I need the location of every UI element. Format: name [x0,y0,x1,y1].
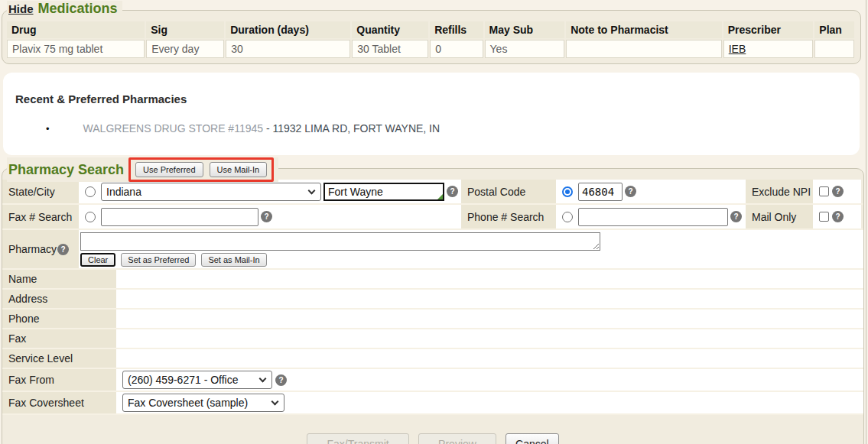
chevron-down-icon [271,398,279,406]
phone-row: Phone [2,310,863,329]
prescriber-link[interactable]: IEB [729,43,746,55]
pharmacy-name-link[interactable]: WALGREENS DRUG STORE #11945 [83,122,263,134]
prescriber-cell: IEB [723,40,814,58]
fax-coversheet-select[interactable]: Fax Coversheet (sample) [122,394,284,412]
fax-from-select-value: (260) 459-6271 - Office [128,374,239,386]
medications-section: Hide Medications Drug Sig Duration (days… [2,10,861,64]
fax-coversheet-label: Fax Coversheet [2,392,116,413]
postal-code-field: ? [556,180,746,203]
phone-search-help-icon[interactable]: ? [730,211,742,222]
service-level-label: Service Level [2,349,116,368]
name-label: Name [2,270,116,288]
fax-row: Fax [2,329,863,349]
duration-cell: 30 [226,40,350,58]
fax-search-label: Fax # Search [2,205,79,228]
preview-button[interactable]: -- Preview -- [418,433,496,444]
chevron-down-icon [308,186,316,194]
set-as-preferred-button[interactable]: Set as Preferred [121,253,196,267]
state-city-field: Indiana ? [79,180,461,203]
fax-from-value-cell: (260) 459-6271 - Office ? [116,369,863,391]
exclude-npi-help-icon[interactable]: ? [832,186,844,197]
mail-only-field: ? [813,205,861,228]
note-cell [566,40,722,58]
fax-search-radio[interactable] [85,212,96,222]
hide-medications-link[interactable]: Hide [8,2,34,15]
col-plan: Plan [814,21,854,38]
chevron-down-icon [259,375,267,383]
col-sig: Sig [146,21,224,38]
pharmacy-list-item: • WALGREENS DRUG STORE #11945 - 11932 LI… [46,122,860,134]
pharmacy-search-section: Pharmacy Search Use Preferred Use Mail-I… [2,168,864,444]
col-drug: Drug [7,21,145,38]
phone-search-radio[interactable] [562,212,573,222]
use-preferred-button[interactable]: Use Preferred [135,162,203,177]
phone-label: Phone [2,310,116,328]
may-sub-cell: Yes [485,40,565,58]
medications-header-row: Drug Sig Duration (days) Quantity Refill… [7,21,854,38]
page-right-border [866,0,866,444]
fax-coversheet-value-cell: Fax Coversheet (sample) [116,392,863,413]
fax-from-select[interactable]: (260) 459-6271 - Office [122,371,272,389]
pharmacy-help-icon[interactable]: ? [57,244,69,255]
fax-search-row: Fax # Search ? Phone # Search ? Mail Onl… [2,205,863,230]
state-select-value: Indiana [106,186,141,198]
fax-from-label: Fax From [2,369,116,391]
state-select[interactable]: Indiana [101,183,321,201]
fax-search-input[interactable] [101,208,258,226]
bullet-icon: • [46,123,50,134]
mail-only-help-icon[interactable]: ? [832,211,844,222]
pharmacy-textarea[interactable] [80,232,600,251]
medications-legend: Hide Medications [7,1,122,17]
exclude-npi-checkbox[interactable] [819,186,829,196]
pharmacy-search-title: Pharmacy Search [8,162,124,178]
cancel-button[interactable]: Cancel [506,433,559,444]
pharmacy-row: Pharmacy? Clear Set as Preferred Set as … [2,230,863,270]
pharmacy-label-cell: Pharmacy? [2,230,79,268]
postal-code-help-icon[interactable]: ? [625,186,636,197]
col-note: Note to Pharmacist [566,21,722,38]
fax-transmit-button[interactable]: -- Fax/Transmit -- [307,433,409,444]
mail-only-label: Mail Only [746,205,813,228]
quantity-cell: 30 Tablet [352,40,428,58]
address-row: Address [2,290,863,310]
fax-search-help-icon[interactable]: ? [261,211,272,222]
pharmacy-buttons: Clear Set as Preferred Set as Mail-In [80,253,267,267]
set-as-mail-in-button[interactable]: Set as Mail-In [201,253,266,267]
fax-coversheet-select-value: Fax Coversheet (sample) [128,397,248,409]
postal-code-input[interactable] [578,183,623,201]
phone-search-field: ? [556,205,746,228]
fax-label: Fax [2,329,116,348]
clear-button[interactable]: Clear [80,253,115,267]
recent-pharmacies-title: Recent & Preferred Pharmacies [15,92,860,105]
fax-value [116,329,863,348]
annotation-highlight-box: Use Preferred Use Mail-In [128,157,274,182]
phone-search-input[interactable] [578,208,728,226]
city-input-wrap [323,183,444,201]
col-quantity: Quantity [352,21,428,38]
city-input[interactable] [323,183,444,201]
col-prescriber: Prescriber [723,21,814,38]
postal-code-radio[interactable] [562,186,573,197]
pharmacy-search-legend: Pharmacy Search Use Preferred Use Mail-I… [7,157,278,182]
fax-coversheet-row: Fax Coversheet Fax Coversheet (sample) [2,392,863,415]
city-help-icon[interactable]: ? [447,186,458,197]
fax-from-help-icon[interactable]: ? [275,374,287,386]
state-city-label: State/City [2,180,79,203]
mail-only-checkbox[interactable] [819,212,829,222]
recent-pharmacies-panel: Recent & Preferred Pharmacies • WALGREEN… [3,73,860,155]
exclude-npi-field: ? [813,180,861,203]
footer-actions: -- Fax/Transmit -- -- Preview -- Cancel [2,415,863,444]
pharmacy-field: Clear Set as Preferred Set as Mail-In [79,230,863,268]
exclude-npi-label: Exclude NPI [746,180,813,203]
drug-cell: Plavix 75 mg tablet [7,40,145,58]
name-row: Name [2,270,863,290]
pharmacy-item-text: WALGREENS DRUG STORE #11945 - 11932 LIMA… [83,122,441,134]
col-refills: Refills [430,21,483,38]
service-level-value [116,349,863,368]
address-value [116,290,863,308]
name-value [116,270,863,288]
state-city-radio[interactable] [85,186,96,197]
use-mail-in-button[interactable]: Use Mail-In [210,162,268,177]
col-duration: Duration (days) [226,21,350,38]
medication-row: Plavix 75 mg tablet Every day 30 30 Tabl… [7,40,854,58]
